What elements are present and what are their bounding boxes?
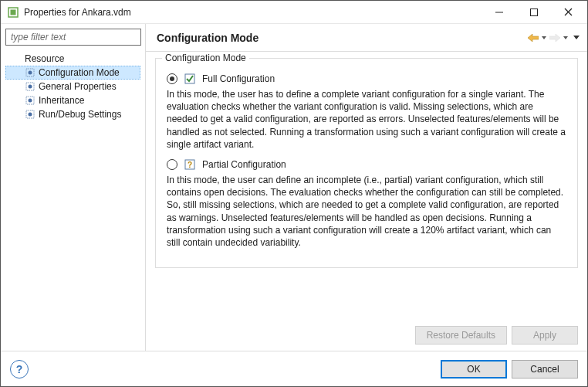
config-icon [25,81,35,92]
svg-rect-1 [11,9,16,15]
footer: ? OK Cancel [1,351,587,386]
nav-item-inheritance[interactable]: Inheritance [5,93,140,107]
option-row[interactable]: ? Partial Configuration [167,158,566,171]
window-controls [482,2,586,23]
svg-point-11 [29,99,32,103]
full-config-icon [184,73,196,85]
nav-tree: Resource Configuration Mode General Prop… [5,52,140,121]
nav-item-configuration-mode[interactable]: Configuration Mode [5,66,140,80]
partial-config-icon: ? [184,158,196,171]
page-title: Configuration Mode [157,32,527,44]
svg-text:?: ? [188,161,192,169]
config-icon [25,67,35,78]
sidebar: type filter text Resource Configuration … [1,24,146,351]
nav-item-label: Inheritance [39,95,84,106]
content-area: type filter text Resource Configuration … [1,24,587,351]
restore-defaults-button[interactable]: Restore Defaults [415,326,507,345]
filter-input[interactable]: type filter text [5,29,141,46]
svg-point-13 [29,113,32,117]
ok-button[interactable]: OK [441,360,507,379]
nav-item-general-properties[interactable]: General Properties [5,80,140,93]
header-nav [527,32,580,44]
config-icon [25,109,35,120]
option-label: Partial Configuration [202,159,286,170]
option-full-config: Full Configuration In this mode, the use… [167,73,566,151]
group-area: Configuration Mode Full Configuration In… [146,52,587,321]
main-panel: Configuration Mode Configuration Mode [146,24,587,351]
app-icon [7,6,19,19]
config-mode-group: Configuration Mode Full Configuration In… [155,58,578,268]
main-header: Configuration Mode [146,24,587,52]
nav-item-label: Run/Debug Settings [39,109,121,120]
option-partial-config: ? Partial Configuration In this mode, th… [167,158,566,249]
back-icon[interactable] [527,32,539,44]
nav-item-label: Configuration Mode [39,67,120,78]
nav-item-label: General Properties [39,81,117,92]
apply-button[interactable]: Apply [512,326,578,345]
cancel-button[interactable]: Cancel [512,360,578,379]
back-menu-icon[interactable] [541,32,547,44]
minimize-button[interactable] [482,2,516,23]
forward-icon[interactable] [549,32,561,44]
nav-item-resource[interactable]: Resource [5,52,140,66]
radio-partial-config[interactable] [167,159,177,170]
window-title: Properties for Ankara.vdm [24,7,482,18]
svg-point-9 [29,85,32,89]
help-button[interactable]: ? [10,360,29,379]
nav-item-run-debug[interactable]: Run/Debug Settings [5,107,140,121]
action-row: Restore Defaults Apply [146,321,587,351]
titlebar: Properties for Ankara.vdm [1,1,587,24]
view-menu-icon[interactable] [573,32,580,44]
option-label: Full Configuration [202,73,275,84]
maximize-button[interactable] [516,2,551,23]
option-desc: In this mode, the user can define an inc… [167,174,566,249]
close-button[interactable] [551,2,586,23]
svg-rect-3 [530,8,537,15]
nav-item-label: Resource [25,53,64,64]
forward-menu-icon[interactable] [563,32,569,44]
option-desc: In this mode, the user has to define a c… [167,88,566,151]
radio-full-config[interactable] [167,73,177,84]
svg-point-7 [29,71,32,75]
config-icon [25,95,35,106]
group-legend: Configuration Mode [162,53,249,63]
option-row[interactable]: Full Configuration [167,73,566,85]
